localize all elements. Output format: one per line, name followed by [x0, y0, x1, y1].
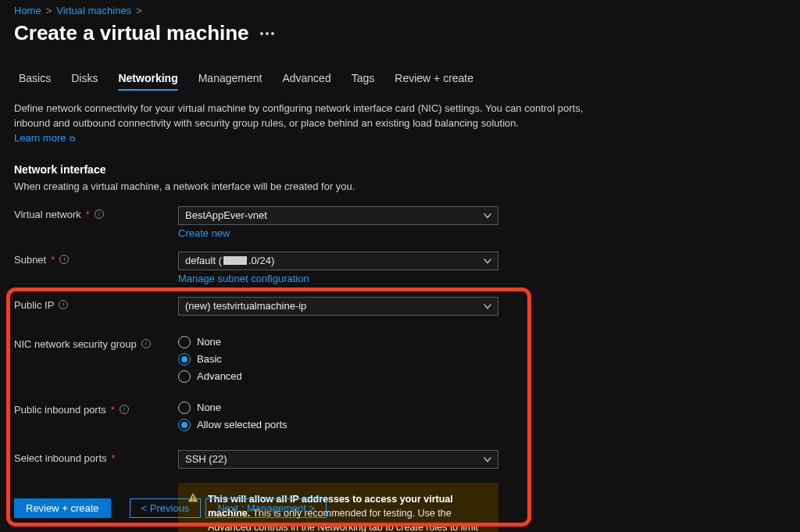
section-heading-network-interface: Network interface: [14, 163, 786, 176]
required-indicator: *: [112, 452, 116, 464]
page-title: Create a virtual machine: [14, 21, 249, 45]
previous-button[interactable]: < Previous: [130, 498, 202, 518]
section-subtext: When creating a virtual machine, a netwo…: [14, 180, 786, 192]
radio-ports-none[interactable]: None: [178, 402, 498, 414]
label-virtual-network: Virtual network: [14, 209, 81, 220]
intro-text: Define network connectivity for your vir…: [14, 102, 592, 146]
radio-nsg-advanced[interactable]: Advanced: [178, 370, 498, 383]
chevron-down-icon: [482, 255, 493, 269]
create-new-vnet-link[interactable]: Create new: [178, 227, 230, 239]
tab-bar: Basics Disks Networking Management Advan…: [14, 72, 786, 91]
label-select-inbound-ports: Select inbound ports: [14, 452, 107, 464]
breadcrumb-virtual-machines[interactable]: Virtual machines: [56, 5, 131, 16]
info-icon[interactable]: i: [59, 255, 69, 264]
breadcrumb-separator-icon: >: [46, 5, 52, 16]
chevron-down-icon: [482, 301, 493, 314]
tab-disks[interactable]: Disks: [71, 72, 98, 91]
required-indicator: *: [111, 404, 115, 416]
radio-nsg-none[interactable]: None: [178, 336, 498, 348]
redacted-ip: [223, 256, 247, 265]
nic-nsg-radio-group: None Basic Advanced: [178, 336, 498, 383]
breadcrumb-home[interactable]: Home: [14, 5, 41, 16]
label-nic-nsg: NIC network security group: [14, 338, 137, 350]
label-subnet: Subnet: [14, 254, 46, 266]
label-public-ip: Public IP: [14, 299, 54, 311]
tab-management[interactable]: Management: [198, 72, 262, 91]
info-icon[interactable]: i: [59, 300, 68, 309]
tab-basics[interactable]: Basics: [19, 72, 51, 91]
external-link-icon: ⧉: [67, 134, 75, 143]
wizard-footer: Review + create < Previous Next : Manage…: [14, 498, 327, 518]
chevron-down-icon: [482, 454, 493, 467]
select-inbound-ports-dropdown[interactable]: SSH (22): [178, 450, 498, 469]
public-inbound-ports-radio-group: None Allow selected ports: [178, 402, 498, 431]
more-actions-icon[interactable]: •••: [260, 27, 277, 40]
info-icon[interactable]: i: [141, 339, 151, 348]
label-public-inbound-ports: Public inbound ports: [14, 404, 106, 416]
breadcrumb-separator-icon: >: [136, 5, 142, 16]
chevron-down-icon: [482, 210, 493, 223]
tab-advanced[interactable]: Advanced: [282, 72, 330, 91]
virtual-network-select[interactable]: BestAppEver-vnet: [178, 206, 498, 225]
learn-more-link[interactable]: Learn more ⧉: [14, 132, 75, 144]
subnet-select[interactable]: default (.0/24): [178, 252, 498, 270]
radio-nsg-basic[interactable]: Basic: [178, 353, 498, 366]
tab-review-create[interactable]: Review + create: [395, 72, 473, 91]
tab-tags[interactable]: Tags: [352, 72, 375, 91]
info-icon[interactable]: i: [120, 405, 129, 414]
required-indicator: *: [51, 254, 55, 266]
radio-ports-allow-selected[interactable]: Allow selected ports: [178, 419, 498, 431]
review-create-button[interactable]: Review + create: [14, 498, 111, 518]
public-ip-select[interactable]: (new) testvirtualmachine-ip: [178, 297, 498, 316]
breadcrumb: Home > Virtual machines >: [14, 5, 786, 16]
info-icon[interactable]: i: [95, 209, 104, 219]
required-indicator: *: [86, 209, 90, 220]
tab-networking[interactable]: Networking: [118, 72, 177, 91]
next-button[interactable]: Next : Management >: [205, 498, 327, 518]
manage-subnet-link[interactable]: Manage subnet configuration: [178, 273, 309, 284]
